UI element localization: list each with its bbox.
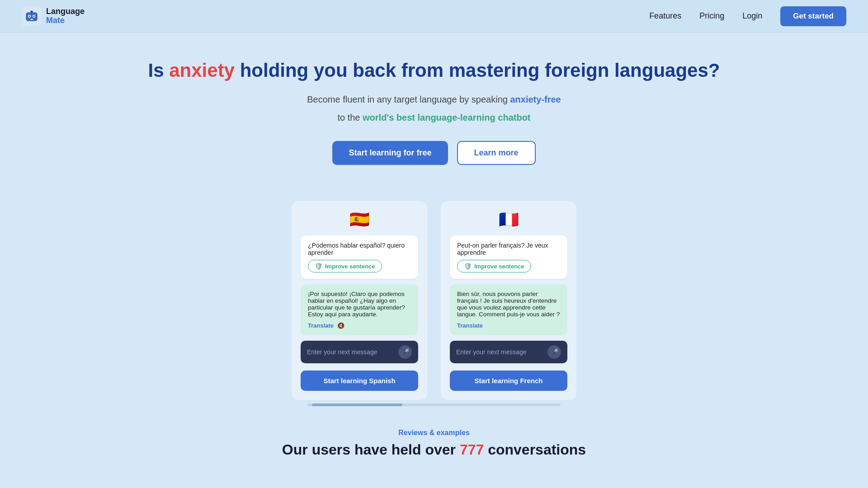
nav-login[interactable]: Login <box>742 11 762 21</box>
reviews-count: 777 <box>460 441 484 458</box>
nav-links: Features Pricing Login Get started <box>649 6 846 26</box>
french-translate-link[interactable]: Translate <box>457 322 483 329</box>
svg-point-5 <box>29 15 30 17</box>
svg-rect-7 <box>30 19 33 20</box>
french-improve-btn[interactable]: 🛡️ Improve sentence <box>457 260 531 272</box>
spanish-user-bubble: ¿Podemos hablar español? quiero aprender… <box>301 235 418 279</box>
navbar: Language Mate Features Pricing Login Get… <box>0 0 868 33</box>
french-chat-input-row: Enter your next message 🎤 <box>450 341 567 363</box>
start-learning-button[interactable]: Start learning for free <box>332 141 448 165</box>
speaker-icon-spanish: 🔇 <box>337 322 344 329</box>
improve-icon-french: 🛡️ <box>464 263 472 270</box>
french-improve-label: Improve sentence <box>474 263 524 270</box>
french-mic-button[interactable]: 🎤 <box>547 345 561 359</box>
improve-icon-spanish: 🛡️ <box>315 263 322 270</box>
hero-subtitle-2: to the world's best language-learning ch… <box>9 110 859 125</box>
spanish-translate-link[interactable]: Translate <box>308 322 334 329</box>
learn-more-button[interactable]: Learn more <box>457 141 536 165</box>
spanish-improve-label: Improve sentence <box>325 263 375 270</box>
reviews-section: Reviews & examples Our users have held o… <box>0 415 868 463</box>
logo[interactable]: Language Mate <box>22 6 85 26</box>
scroll-thumb[interactable] <box>312 404 402 406</box>
hero-sub2-prefix: to the <box>337 113 363 122</box>
french-bot-bubble: Bien sûr, nous pouvons parler français !… <box>450 284 567 335</box>
hero-sub1-prefix: Become fluent in any target language by … <box>307 94 510 104</box>
spanish-user-message: ¿Podemos hablar español? quiero aprender <box>308 242 411 256</box>
spanish-bot-message: ¡Por supuesto! ¡Claro que podemos hablar… <box>308 291 411 318</box>
logo-icon <box>22 6 42 26</box>
reviews-title-suffix: conversations <box>484 441 586 458</box>
nav-pricing[interactable]: Pricing <box>699 11 724 21</box>
hero-title-suffix: holding you back from mastering foreign … <box>235 60 720 81</box>
mic-icon-french: 🎤 <box>551 348 558 356</box>
french-flag: 🇫🇷 <box>450 210 567 229</box>
hero-buttons: Start learning for free Learn more <box>9 141 859 165</box>
spanish-demo-card: 🇪🇸 ¿Podemos hablar español? quiero apren… <box>292 201 427 400</box>
spanish-input-placeholder: Enter your next message <box>307 348 398 356</box>
reviews-title-prefix: Our users have held over <box>282 441 460 458</box>
get-started-button[interactable]: Get started <box>780 6 846 26</box>
demo-section: 🇪🇸 ¿Podemos hablar español? quiero apren… <box>0 197 868 415</box>
hero-subtitle-1: Become fluent in any target language by … <box>9 92 859 107</box>
french-input-placeholder: Enter your next message <box>456 348 547 356</box>
chatbot-link[interactable]: world's best language-learning chatbot <box>363 113 530 122</box>
spanish-mic-button[interactable]: 🎤 <box>398 345 412 359</box>
hero-anxiety-word: anxiety <box>169 60 235 81</box>
reviews-title: Our users have held over 777 conversatio… <box>9 441 859 458</box>
logo-language: Language <box>46 7 85 16</box>
spanish-flag: 🇪🇸 <box>301 210 418 229</box>
french-bot-message: Bien sûr, nous pouvons parler français !… <box>457 291 560 318</box>
spanish-improve-btn[interactable]: 🛡️ Improve sentence <box>308 260 382 272</box>
french-user-bubble: Peut-on parler français? Je veux apprend… <box>450 235 567 279</box>
french-demo-card: 🇫🇷 Peut-on parler français? Je veux appr… <box>441 201 576 400</box>
nav-features[interactable]: Features <box>649 11 681 21</box>
scroll-bar[interactable] <box>307 404 561 406</box>
hero-title: Is anxiety holding you back from masteri… <box>9 60 859 81</box>
start-spanish-button[interactable]: Start learning Spanish <box>301 371 418 391</box>
scroll-bar-wrapper <box>0 400 868 415</box>
anxiety-free-link[interactable]: anxiety-free <box>510 94 561 104</box>
spanish-bot-bubble: ¡Por supuesto! ¡Claro que podemos hablar… <box>301 284 418 335</box>
hero-section: Is anxiety holding you back from masteri… <box>0 33 868 197</box>
french-user-message: Peut-on parler français? Je veux apprend… <box>457 242 560 256</box>
demo-inner: 🇪🇸 ¿Podemos hablar español? quiero apren… <box>0 197 868 400</box>
mic-icon-spanish: 🎤 <box>401 348 409 356</box>
svg-point-6 <box>33 15 35 17</box>
start-french-button[interactable]: Start learning French <box>450 371 567 391</box>
spanish-translate-row: Translate 🔇 <box>308 322 411 329</box>
logo-mate: Mate <box>46 16 85 25</box>
hero-title-prefix: Is <box>148 60 170 81</box>
logo-text: Language Mate <box>46 7 85 25</box>
reviews-label: Reviews & examples <box>9 429 859 437</box>
spanish-chat-input-row: Enter your next message 🎤 <box>301 341 418 363</box>
